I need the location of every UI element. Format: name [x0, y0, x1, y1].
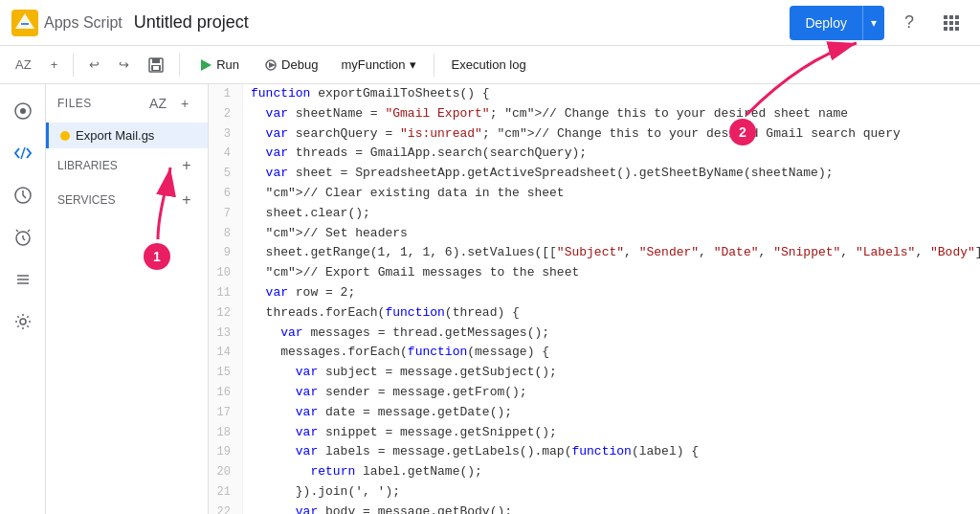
- help-button[interactable]: ?: [892, 6, 926, 40]
- table-row: 7 sheet.clear();: [209, 204, 980, 224]
- debug-button[interactable]: Debug: [255, 50, 327, 80]
- sidebar-alarm-icon[interactable]: [4, 218, 42, 257]
- line-code: var subject = message.getSubject();: [243, 363, 980, 383]
- exec-log-label: Execution log: [452, 57, 526, 72]
- sidebar-settings-icon[interactable]: [4, 302, 42, 341]
- grid-button[interactable]: [934, 6, 969, 40]
- run-button[interactable]: Run: [188, 50, 251, 80]
- table-row: 10 "cm">// Export Gmail messages to the …: [209, 263, 980, 283]
- table-row: 3 var searchQuery = "is:unread"; "cm">//…: [209, 124, 980, 145]
- file-item-export-mail[interactable]: Export Mail.gs: [46, 123, 208, 148]
- function-selector[interactable]: myFunction ▾: [331, 50, 425, 80]
- line-number: 21: [209, 482, 243, 503]
- line-number: 5: [209, 164, 243, 184]
- table-row: 4 var threads = GmailApp.search(searchQu…: [209, 144, 980, 164]
- svg-rect-5: [955, 15, 959, 19]
- table-row: 14 messages.forEach(function(message) {: [209, 343, 980, 363]
- line-number: 18: [209, 423, 243, 443]
- table-row: 22 var body = message.getBody();: [209, 503, 980, 514]
- line-code: }).join(', ');: [243, 482, 980, 503]
- svg-line-26: [16, 230, 18, 232]
- sidebar-list-icon[interactable]: [4, 260, 42, 299]
- line-number: 16: [209, 383, 243, 403]
- svg-rect-4: [949, 15, 953, 19]
- sidebar-home-icon[interactable]: [4, 92, 42, 130]
- table-row: 19 var labels = message.getLabels().map(…: [209, 442, 980, 462]
- line-number: 19: [209, 442, 243, 462]
- line-number: 10: [209, 263, 243, 283]
- file-name-label: Export Mail.gs: [76, 128, 154, 143]
- undo-button[interactable]: ↩: [81, 50, 107, 80]
- line-number: 8: [209, 224, 243, 244]
- sort-button[interactable]: AZ: [8, 50, 39, 80]
- table-row: 11 var row = 2;: [209, 283, 980, 303]
- table-row: 17 var date = message.getDate();: [209, 403, 980, 423]
- table-row: 1function exportGmailToSheets() {: [209, 84, 980, 104]
- function-label: myFunction: [341, 57, 405, 72]
- line-code: "cm">// Set headers: [243, 224, 980, 244]
- table-row: 20 return label.getName();: [209, 462, 980, 482]
- line-code: threads.forEach(function(thread) {: [243, 303, 980, 324]
- table-row: 8 "cm">// Set headers: [209, 224, 980, 244]
- deploy-button[interactable]: Deploy ▾: [790, 6, 884, 40]
- debug-icon: [264, 58, 278, 72]
- libraries-section[interactable]: Libraries +: [46, 148, 208, 183]
- deploy-dropdown-arrow[interactable]: ▾: [862, 6, 884, 40]
- toolbar-divider-3: [434, 54, 434, 77]
- table-row: 9 sheet.getRange(1, 1, 1, 6).setValues([…: [209, 243, 980, 263]
- svg-rect-11: [955, 27, 959, 31]
- execution-log-button[interactable]: Execution log: [442, 50, 536, 80]
- add-library-button[interactable]: +: [177, 156, 196, 175]
- svg-rect-15: [153, 66, 159, 70]
- grid-icon: [943, 14, 960, 32]
- files-section-header: Files AZ +: [46, 84, 208, 123]
- add-service-button[interactable]: +: [177, 190, 196, 210]
- sidebar-clock-icon[interactable]: [4, 176, 42, 214]
- run-icon: [199, 58, 212, 72]
- line-code: var threads = GmailApp.search(searchQuer…: [243, 144, 980, 164]
- project-title[interactable]: Untitled project: [134, 12, 249, 33]
- table-row: 13 var messages = thread.getMessages();: [209, 324, 980, 344]
- line-number: 20: [209, 462, 243, 482]
- svg-rect-2: [21, 23, 29, 25]
- add-icon: +: [51, 57, 58, 72]
- add-file-button[interactable]: +: [43, 50, 66, 80]
- line-number: 7: [209, 204, 243, 224]
- line-number: 11: [209, 283, 243, 303]
- header: Apps Script Untitled project Deploy ▾ ?: [0, 0, 980, 46]
- line-code: var labels = message.getLabels().map(fun…: [243, 442, 980, 462]
- add-file-button[interactable]: +: [173, 92, 196, 115]
- line-number: 2: [209, 104, 243, 124]
- line-code: messages.forEach(function(message) {: [243, 343, 980, 363]
- line-code: var sender = message.getFrom();: [243, 383, 980, 403]
- table-row: 6 "cm">// Clear existing data in the she…: [209, 184, 980, 204]
- svg-rect-6: [944, 21, 947, 25]
- sidebar-code-icon[interactable]: [4, 134, 42, 172]
- save-button[interactable]: [141, 50, 171, 80]
- line-code: function exportGmailToSheets() {: [243, 84, 980, 104]
- line-number: 1: [209, 84, 243, 104]
- line-number: 17: [209, 403, 243, 423]
- table-row: 5 var sheet = SpreadsheetApp.getActiveSp…: [209, 164, 980, 184]
- line-code: var messages = thread.getMessages();: [243, 324, 980, 344]
- main-area: Files AZ + Export Mail.gs Libraries + Se…: [0, 84, 980, 514]
- table-row: 21 }).join(', ');: [209, 482, 980, 503]
- deploy-button-label: Deploy: [790, 6, 862, 40]
- services-section[interactable]: Services +: [46, 183, 208, 217]
- svg-rect-7: [949, 21, 953, 25]
- help-icon: ?: [904, 12, 914, 33]
- svg-rect-9: [944, 27, 947, 31]
- line-code: "cm">// Export Gmail messages to the she…: [243, 263, 980, 283]
- toolbar: AZ + ↩ ↪ Run Debug myFunction ▾: [0, 46, 980, 84]
- redo-button[interactable]: ↪: [111, 50, 137, 80]
- code-editor[interactable]: 1function exportGmailToSheets() {2 var s…: [209, 84, 980, 514]
- debug-label: Debug: [281, 57, 318, 72]
- svg-line-27: [28, 230, 30, 232]
- line-code: sheet.clear();: [243, 204, 980, 224]
- line-code: var row = 2;: [243, 283, 980, 303]
- sort-files-button[interactable]: AZ: [146, 92, 169, 115]
- code-content: 1function exportGmailToSheets() {2 var s…: [209, 84, 980, 514]
- line-code: return label.getName();: [243, 462, 980, 482]
- line-number: 3: [209, 124, 243, 145]
- file-panel: Files AZ + Export Mail.gs Libraries + Se…: [46, 84, 209, 514]
